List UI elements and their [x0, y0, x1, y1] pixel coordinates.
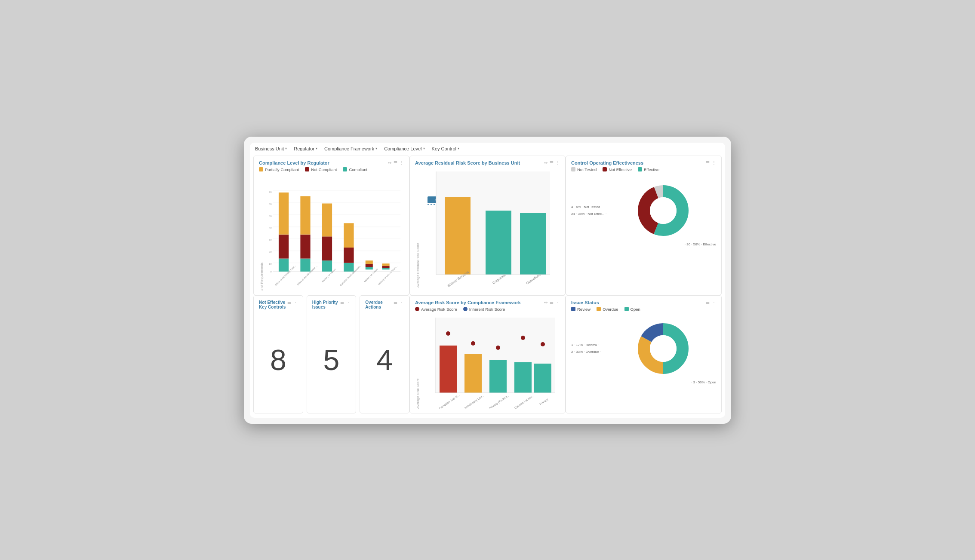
more-icon[interactable]: ⋮	[293, 300, 298, 305]
filter-key-control[interactable]: Key Control ▾	[430, 145, 461, 152]
filter-label-compliance-level: Compliance Level	[384, 146, 421, 151]
bottom-stat-panels: Not Effective Key Controls ☰ ⋮ 8 High Pr…	[253, 295, 409, 413]
panel-icons: ⇔ ☰ ⋮	[388, 160, 404, 165]
more-icon[interactable]: ⋮	[556, 300, 560, 305]
bar-segment-not-compliant	[366, 263, 373, 267]
bar-segment-not-compliant	[382, 266, 390, 268]
stat-value-overdue-actions: 4	[365, 311, 404, 409]
filter-compliance-level[interactable]: Compliance Level ▾	[382, 145, 426, 152]
panel-title-overdue-actions: Overdue Actions	[365, 300, 394, 309]
bar-segment-partially	[279, 192, 289, 234]
filter-icon[interactable]: ☰	[706, 160, 710, 165]
legend-color-dot	[343, 167, 347, 171]
panel-header: Average Residual Risk Score by Business …	[415, 160, 560, 165]
legend-partially-compliant: Partially Compliant	[259, 167, 299, 172]
dot-anti-money	[471, 341, 475, 346]
stat-value-not-effective: 8	[259, 311, 298, 409]
panel-control-effectiveness: Control Operating Effectiveness ☰ ⋮ Not …	[566, 156, 722, 295]
bar-privacy-federal	[489, 360, 507, 393]
legend-color-dot	[638, 167, 642, 171]
dot-privacy-federal	[496, 346, 500, 350]
bar-segment-compliant	[279, 258, 289, 271]
svg-text:20: 20	[269, 250, 272, 253]
panel-header: Not Effective Key Controls ☰ ⋮	[259, 300, 298, 309]
more-icon[interactable]: ⋮	[556, 160, 560, 165]
filter-bar: Business Unit ▾ Regulator ▾ Compliance F…	[250, 143, 725, 156]
filter-icon[interactable]: ☰	[706, 300, 710, 305]
chevron-down-icon: ▾	[375, 147, 377, 150]
bar-segment-compliant	[322, 260, 332, 272]
legend-not-tested: Not Tested	[571, 167, 597, 172]
legend-color-dot	[624, 307, 629, 311]
panel-icons: ⇔ ☰ ⋮	[544, 300, 560, 305]
panel-title-residual-risk: Average Residual Risk Score by Business …	[415, 160, 520, 165]
filter-icon[interactable]: ☰	[550, 300, 554, 305]
issue-donut-svg	[633, 318, 693, 379]
bar-segment-partially	[344, 223, 354, 248]
more-icon[interactable]: ⋮	[712, 300, 716, 305]
chevron-down-icon: ▾	[285, 147, 287, 150]
more-icon[interactable]: ⋮	[400, 300, 404, 305]
filter-icon[interactable]: ☰	[287, 300, 291, 305]
filter-icon[interactable]: ☰	[394, 160, 397, 165]
chart-legend: Partially Compliant Not Compliant Compli…	[259, 167, 404, 172]
panel-title-compliance-regulator: Compliance Level by Regulator	[259, 160, 329, 165]
expand-icon[interactable]: ⇔	[388, 160, 391, 165]
panel-header: Issue Status ☰ ⋮	[571, 300, 716, 305]
filter-icon[interactable]: ☰	[340, 300, 344, 305]
xlabel: Privacy	[539, 397, 549, 406]
panel-title-not-effective: Not Effective Key Controls	[259, 300, 287, 309]
bar-anti-money	[464, 354, 482, 393]
stacked-bar-chart: # of Requirements 70 60 50 40 30 20 10 0	[259, 174, 404, 291]
legend-not-compliant: Not Compliant	[305, 167, 337, 172]
panel-icons: ⇔ ☰ ⋮	[544, 160, 560, 165]
panel-not-effective: Not Effective Key Controls ☰ ⋮ 8	[253, 295, 303, 413]
residual-risk-chart: Average Residual Risk Score Risk Appetit…	[415, 167, 560, 288]
bar-chart-svg: 70 60 50 40 30 20 10 0	[264, 174, 404, 291]
stat-value-high-priority: 5	[312, 311, 351, 409]
donut-svg	[633, 181, 693, 241]
filter-regulator[interactable]: Regulator ▾	[292, 145, 319, 152]
filter-business-unit[interactable]: Business Unit ▾	[253, 145, 289, 152]
more-icon[interactable]: ⋮	[400, 160, 404, 165]
residual-risk-svg: Risk Appetite Shared Services	[420, 167, 560, 288]
legend-color-dot	[305, 167, 309, 171]
filter-label-regulator: Regulator	[294, 146, 314, 151]
dot-canada-labour	[521, 336, 525, 340]
svg-text:0: 0	[270, 270, 272, 273]
more-icon[interactable]: ⋮	[712, 160, 716, 165]
donut-center	[650, 335, 677, 362]
filter-compliance-framework[interactable]: Compliance Framework ▾	[323, 145, 379, 152]
svg-text:40: 40	[269, 226, 272, 229]
expand-icon[interactable]: ⇔	[544, 300, 547, 305]
donut-label-right: · 3 · 50% · Open	[571, 380, 716, 384]
xlabel: Canadian Anti-S...	[438, 393, 460, 408]
dot-privacy	[541, 342, 545, 346]
panel-issue-status: Issue Status ☰ ⋮ Review Overdue	[566, 295, 722, 413]
panel-icons: ☰ ⋮	[706, 300, 716, 305]
bar-segment-partially	[382, 263, 390, 266]
legend-color-dot	[259, 167, 263, 171]
chevron-down-icon: ▾	[458, 147, 459, 150]
issue-donut-svg-container	[610, 318, 716, 379]
more-icon[interactable]: ⋮	[346, 300, 351, 305]
bar-canadian-anti	[440, 346, 457, 393]
bar-shared-services	[445, 197, 471, 275]
legend-inherent-risk: Inherent Risk Score	[463, 307, 505, 312]
legend-review: Review	[571, 307, 591, 312]
filter-label-business-unit: Business Unit	[255, 146, 284, 151]
legend-color-dot	[571, 167, 575, 171]
expand-icon[interactable]: ⇔	[544, 160, 547, 165]
panel-header: Overdue Actions ☰ ⋮	[365, 300, 404, 309]
dashboard: Business Unit ▾ Regulator ▾ Compliance F…	[250, 143, 725, 418]
panel-residual-risk: Average Residual Risk Score by Business …	[409, 156, 566, 295]
panel-title-avg-risk: Average Risk Score by Compliance Framewo…	[415, 300, 521, 305]
xlabel: Privacy (Federa...	[489, 393, 510, 408]
filter-icon[interactable]: ☰	[394, 300, 397, 305]
bar-privacy	[534, 364, 551, 393]
panel-overdue-actions: Overdue Actions ☰ ⋮ 4	[360, 295, 409, 413]
bar-segment-not-compliant	[322, 236, 332, 260]
panel-icons: ☰ ⋮	[340, 300, 351, 305]
bar-segment-compliant	[300, 258, 310, 271]
filter-icon[interactable]: ☰	[550, 160, 554, 165]
